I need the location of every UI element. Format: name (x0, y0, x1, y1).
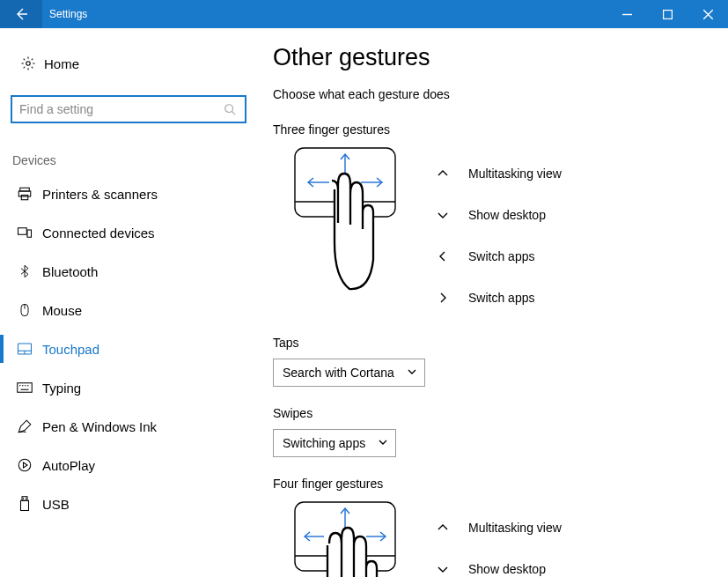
sidebar-item-touchpad[interactable]: Touchpad (11, 329, 254, 368)
svg-point-2 (225, 105, 233, 113)
chevron-down-icon (407, 366, 417, 380)
chevron-up-icon (433, 522, 452, 534)
gesture-right: Switch apps (433, 277, 702, 318)
sidebar-item-connected[interactable]: Connected devices (11, 213, 254, 252)
minimize-button[interactable] (607, 0, 647, 28)
chevron-down-icon (433, 209, 452, 221)
three-finger-diagram (292, 145, 398, 295)
sidebar-item-label: Pen & Windows Ink (42, 419, 157, 434)
arrow-left-icon (13, 6, 29, 22)
devices-icon (14, 225, 35, 240)
svg-rect-4 (18, 191, 31, 196)
four-finger-heading: Four finger gestures (273, 477, 702, 491)
chevron-down-icon (378, 436, 388, 450)
sidebar-item-bluetooth[interactable]: Bluetooth (11, 252, 254, 291)
nav-list: Printers & scannersConnected devicesBlue… (11, 174, 254, 523)
sidebar-item-label: Touchpad (42, 342, 99, 357)
svg-rect-5 (21, 196, 28, 200)
bluetooth-icon (14, 264, 35, 278)
sidebar-item-typing[interactable]: Typing (11, 368, 254, 407)
svg-rect-7 (27, 230, 32, 237)
sidebar-item-label: AutoPlay (42, 458, 95, 473)
sidebar-item-label: Mouse (42, 303, 82, 318)
close-button[interactable] (688, 0, 728, 28)
sidebar-item-label: USB (42, 497, 70, 512)
chevron-right-icon (433, 292, 452, 304)
gear-icon (16, 55, 40, 71)
keyboard-icon (14, 381, 35, 394)
sidebar-item-label: Connected devices (42, 226, 155, 240)
autoplay-icon (14, 457, 35, 473)
sidebar-item-label: Typing (42, 381, 81, 396)
usb-icon (14, 496, 35, 512)
taps-heading: Taps (273, 336, 702, 350)
swipes-combo[interactable]: Switching apps (273, 429, 396, 457)
three-finger-gestures: Multitasking view Show desktop Switch ap… (433, 145, 702, 318)
svg-point-19 (18, 459, 31, 471)
svg-rect-21 (21, 500, 29, 510)
taps-combo[interactable]: Search with Cortana (273, 359, 425, 387)
svg-rect-0 (663, 10, 672, 18)
maximize-icon (663, 10, 673, 19)
sidebar-item-pen[interactable]: Pen & Windows Ink (11, 407, 254, 446)
svg-rect-13 (18, 383, 33, 393)
sidebar: Home Devices Printers & scannersConnecte… (0, 28, 264, 577)
window-title: Settings (42, 8, 87, 20)
pen-icon (14, 418, 35, 434)
content-pane: Other gestures Choose what each gesture … (264, 28, 728, 577)
four-finger-gestures: Multitasking view Show desktop (433, 499, 702, 577)
maximize-button[interactable] (647, 0, 688, 28)
sidebar-item-label: Printers & scanners (42, 187, 158, 202)
sidebar-item-printers[interactable]: Printers & scanners (11, 174, 254, 213)
gesture-down: Show desktop (433, 194, 702, 235)
four-finger-diagram (292, 499, 398, 577)
sidebar-item-label: Bluetooth (42, 264, 98, 279)
gesture-down: Show desktop (433, 548, 702, 577)
chevron-up-icon (433, 167, 452, 180)
minimize-icon (622, 10, 632, 19)
touchpad-icon (14, 342, 35, 356)
sidebar-item-usb[interactable]: USB (11, 485, 254, 523)
svg-rect-20 (22, 497, 27, 501)
back-button[interactable] (0, 0, 42, 28)
page-title: Other gestures (273, 44, 702, 71)
chevron-down-icon (433, 563, 452, 575)
home-label: Home (44, 56, 79, 71)
gesture-up: Multitasking view (433, 152, 702, 194)
close-icon (703, 10, 713, 19)
mouse-icon (14, 302, 35, 318)
section-label: Devices (12, 153, 254, 167)
search-icon (224, 103, 236, 115)
svg-point-1 (26, 62, 31, 66)
sidebar-item-autoplay[interactable]: AutoPlay (11, 446, 254, 485)
swipes-heading: Swipes (273, 406, 702, 420)
gesture-up: Multitasking view (433, 507, 702, 548)
svg-rect-6 (18, 228, 27, 235)
gesture-left: Switch apps (433, 235, 702, 277)
home-button[interactable]: Home (11, 46, 254, 81)
chevron-left-icon (433, 250, 452, 263)
three-finger-heading: Three finger gestures (273, 122, 702, 137)
page-lead: Choose what each gesture does (273, 87, 702, 101)
titlebar: Settings (0, 0, 728, 28)
search-field[interactable] (11, 95, 254, 123)
printer-icon (14, 186, 35, 202)
svg-rect-3 (20, 188, 30, 191)
search-input[interactable] (11, 95, 246, 123)
sidebar-item-mouse[interactable]: Mouse (11, 291, 254, 329)
